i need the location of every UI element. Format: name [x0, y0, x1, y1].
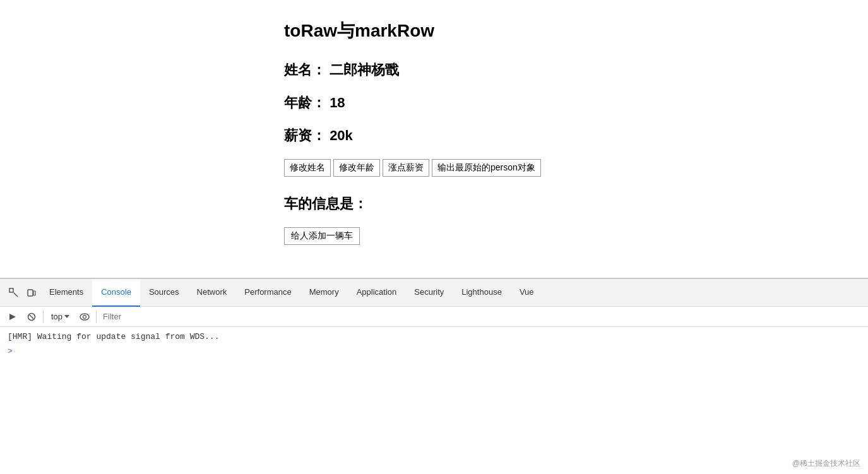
execute-script-icon[interactable] — [5, 309, 20, 324]
car-section-title: 车的信息是： — [284, 194, 868, 213]
svg-rect-2 — [33, 291, 35, 295]
tab-performance[interactable]: Performance — [235, 279, 300, 307]
inspect-element-icon[interactable] — [5, 284, 23, 302]
raise-salary-button[interactable]: 涨点薪资 — [383, 159, 429, 177]
tab-elements[interactable]: Elements — [40, 279, 92, 307]
age-row: 年龄： 18 — [284, 93, 868, 112]
action-buttons: 修改姓名 修改年龄 涨点薪资 输出最原始的person对象 — [284, 159, 868, 177]
age-label: 年龄： — [284, 95, 326, 110]
change-age-button[interactable]: 修改年龄 — [333, 159, 380, 177]
tab-memory[interactable]: Memory — [300, 279, 348, 307]
tab-security[interactable]: Security — [405, 279, 453, 307]
console-line-hmr: [HMR] Waiting for update signal from WDS… — [5, 329, 863, 345]
clear-console-icon[interactable] — [24, 309, 39, 324]
chevron-down-icon — [64, 315, 69, 318]
console-output: [HMR] Waiting for update signal from WDS… — [0, 327, 868, 474]
devtools-panel: Elements Console Sources Network Perform… — [0, 278, 868, 474]
salary-value: 20k — [330, 127, 353, 143]
output-raw-button[interactable]: 输出最原始的person对象 — [432, 159, 541, 177]
svg-point-6 — [80, 314, 89, 320]
change-name-button[interactable]: 修改姓名 — [284, 159, 331, 177]
name-value: 二郎神杨戬 — [330, 62, 399, 78]
toolbar-separator — [43, 311, 44, 323]
tab-application[interactable]: Application — [348, 279, 406, 307]
toolbar-separator-2 — [96, 311, 97, 323]
name-label: 姓名： — [284, 62, 326, 78]
svg-marker-3 — [9, 314, 16, 320]
console-toolbar: top — [0, 307, 868, 327]
filter-input[interactable] — [100, 312, 863, 321]
salary-row: 薪资： 20k — [284, 126, 868, 145]
page-title: toRaw与markRow — [284, 19, 868, 43]
svg-rect-1 — [28, 290, 33, 296]
svg-line-5 — [30, 315, 33, 319]
svg-rect-0 — [9, 288, 13, 292]
salary-label: 薪资： — [284, 127, 326, 143]
devtools-tab-bar: Elements Console Sources Network Perform… — [0, 279, 868, 307]
tab-console[interactable]: Console — [92, 279, 140, 307]
console-prompt[interactable]: > — [5, 345, 863, 357]
add-car-button[interactable]: 给人添加一辆车 — [284, 227, 360, 245]
tab-network[interactable]: Network — [188, 279, 236, 307]
tab-vue[interactable]: Vue — [511, 279, 543, 307]
tab-sources[interactable]: Sources — [140, 279, 188, 307]
context-selector[interactable]: top — [47, 311, 73, 323]
age-value: 18 — [330, 95, 345, 110]
main-content: toRaw与markRow 姓名： 二郎神杨戬 年龄： 18 薪资： 20k 修… — [0, 0, 868, 278]
svg-point-7 — [83, 315, 86, 318]
watermark: @稀土掘金技术社区 — [792, 458, 860, 469]
tab-lighthouse[interactable]: Lighthouse — [453, 279, 511, 307]
name-row: 姓名： 二郎神杨戬 — [284, 61, 868, 80]
device-toolbar-icon[interactable] — [23, 284, 40, 302]
live-expressions-icon[interactable] — [77, 309, 92, 324]
